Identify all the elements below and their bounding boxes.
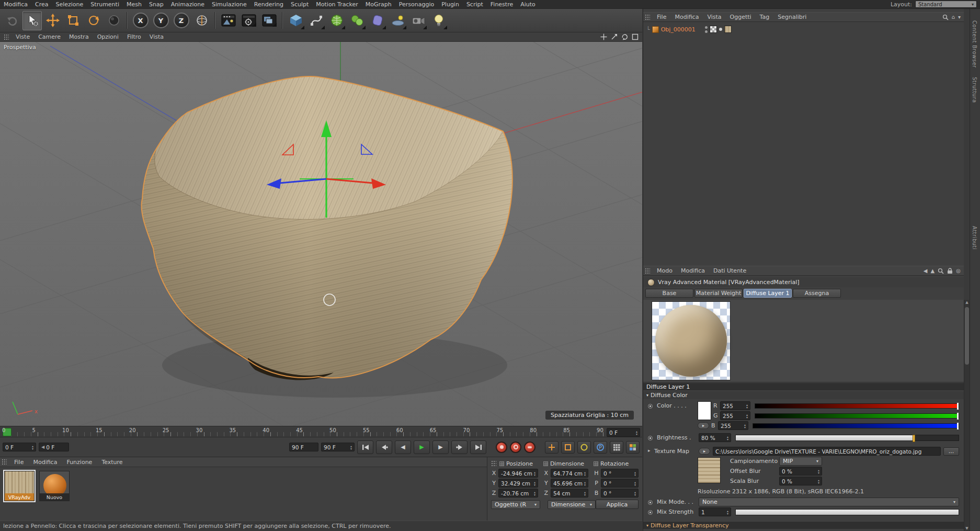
coords-mode-dropdown[interactable]: Oggetto (R▾ xyxy=(491,500,540,509)
position-y-field[interactable]: 32.429 cm▴▾ xyxy=(498,479,538,488)
material-preview[interactable] xyxy=(652,301,731,380)
rotation-p-field[interactable]: 0 °▴▾ xyxy=(601,479,639,488)
green-value-field[interactable]: 255▴▾ xyxy=(720,411,750,420)
object-tree-row[interactable]: └ Obj_000001 xyxy=(646,25,962,34)
menu-plugin[interactable]: Plugin xyxy=(438,0,463,9)
end-frame-field[interactable]: 90 F ▴▾ xyxy=(321,443,355,451)
menu-sculpt[interactable]: Sculpt xyxy=(287,0,312,9)
keyframe-dot-icon[interactable] xyxy=(648,436,653,440)
goto-end-button[interactable] xyxy=(470,440,486,454)
tab-material-weight[interactable]: Material Weight xyxy=(694,289,743,298)
bookmark-menu-icon[interactable]: ▾ xyxy=(958,14,961,20)
apply-button[interactable]: Applica xyxy=(596,500,639,509)
material-thumbnail-nuovo[interactable]: Nuovo xyxy=(39,471,70,501)
render-queue-button[interactable] xyxy=(259,11,279,30)
sampling-dropdown[interactable]: MIP▾ xyxy=(779,457,822,466)
menu-modifica[interactable]: Modifica xyxy=(0,0,31,9)
texture-tag-icon[interactable] xyxy=(710,26,717,33)
attr-menu-modo[interactable]: Modo xyxy=(653,267,677,274)
wood-table-object[interactable] xyxy=(141,76,512,380)
size-y-field[interactable]: 45.696 cm▴▾ xyxy=(551,479,588,488)
search-icon[interactable] xyxy=(942,14,949,20)
stepper-icon[interactable]: ▴▾ xyxy=(349,445,352,450)
texture-options-button[interactable]: ▸ xyxy=(699,448,710,455)
om-menu-file[interactable]: File xyxy=(653,14,670,20)
stepper-icon[interactable]: ▴▾ xyxy=(633,491,636,496)
attribute-scrollbar[interactable]: ▲ ▼ xyxy=(964,300,970,531)
position-z-field[interactable]: -20.76 cm▴▾ xyxy=(498,489,538,498)
start-frame-field[interactable]: 0 F ▴▾ xyxy=(3,443,36,451)
subdivision-surface-button[interactable] xyxy=(327,11,346,30)
blue-value-field[interactable]: 255▴▾ xyxy=(718,421,748,430)
stepper-icon[interactable]: ▴▾ xyxy=(633,481,636,486)
key-rotation-toggle[interactable] xyxy=(577,441,591,454)
coords-size-dropdown[interactable]: Dimensione▾ xyxy=(548,500,596,509)
history-back-icon[interactable]: ◀ xyxy=(924,268,928,274)
section-header-diffuse-color[interactable]: ▾Diffuse Color xyxy=(643,391,964,399)
menu-snap[interactable]: Snap xyxy=(145,0,167,9)
blue-gradient-slider[interactable] xyxy=(753,423,959,428)
history-up-icon[interactable]: ▲ xyxy=(931,268,935,274)
strip-tab-struttura[interactable]: Struttura xyxy=(972,77,977,103)
vp-menu-viste[interactable]: Viste xyxy=(12,33,34,40)
om-menu-modifica[interactable]: Modifica xyxy=(670,14,703,20)
panel-grip[interactable] xyxy=(2,459,7,465)
om-menu-oggetti[interactable]: Oggetti xyxy=(726,14,756,20)
green-gradient-slider[interactable] xyxy=(755,413,959,419)
red-gradient-slider[interactable] xyxy=(755,403,959,409)
stepper-icon[interactable]: ▴▾ xyxy=(816,479,819,484)
stepper-icon[interactable]: ▴▾ xyxy=(816,469,819,474)
add-spline-button[interactable] xyxy=(306,11,326,30)
tab-assegna[interactable]: Assegna xyxy=(793,289,841,298)
key-scale-toggle[interactable] xyxy=(561,441,575,454)
live-selection-tool[interactable] xyxy=(22,11,42,30)
array-generator-button[interactable] xyxy=(347,11,367,30)
move-tool[interactable] xyxy=(43,11,62,30)
texture-path-field[interactable]: C:\Users\loris\Google Drive\TEXTURE - VA… xyxy=(713,447,941,456)
lock-x-button[interactable]: X xyxy=(131,11,150,30)
material-tag-icon[interactable] xyxy=(724,26,732,33)
browse-texture-button[interactable]: ... xyxy=(943,447,959,456)
mix-mode-dropdown[interactable]: None▾ xyxy=(699,498,959,506)
scrollbar-thumb[interactable] xyxy=(965,307,969,365)
keyframe-dot-icon[interactable] xyxy=(648,500,653,505)
lock-icon[interactable] xyxy=(947,268,953,274)
om-menu-vista[interactable]: Vista xyxy=(703,14,725,20)
expand-color-button[interactable]: ▸ xyxy=(698,422,709,429)
autokey-button[interactable] xyxy=(510,442,521,453)
timeline-ruler[interactable]: 0 5 10 15 20 25 30 35 40 45 50 55 60 65 … xyxy=(0,426,642,437)
menu-crea[interactable]: Crea xyxy=(31,0,52,9)
object-name[interactable]: Obj_000001 xyxy=(661,26,696,33)
selection-tag-icon[interactable] xyxy=(719,28,722,31)
visibility-dots[interactable] xyxy=(705,26,708,33)
environment-button[interactable] xyxy=(388,11,407,30)
attr-menu-modifica[interactable]: Modifica xyxy=(677,267,709,274)
expand-triangle-icon[interactable]: ▸ xyxy=(648,448,651,453)
key-position-toggle[interactable] xyxy=(545,441,559,454)
layout-dropdown[interactable]: Standard ▾ xyxy=(915,1,977,8)
coordinate-system-toggle[interactable] xyxy=(192,11,211,30)
mm-menu-modifica[interactable]: Modifica xyxy=(28,459,62,466)
stepper-icon[interactable]: ▴▾ xyxy=(583,471,586,476)
panel-grip[interactable] xyxy=(645,268,650,274)
deformer-button[interactable] xyxy=(368,11,387,30)
stepper-icon[interactable]: ▴▾ xyxy=(743,423,746,428)
position-x-field[interactable]: -24.946 cm▴▾ xyxy=(498,469,538,478)
viewport-3d-canvas[interactable]: x Prospettiva Spazziatura Griglia : 10 c… xyxy=(0,42,642,426)
rotation-b-field[interactable]: 0 °▴▾ xyxy=(601,489,639,498)
brightness-field[interactable]: 80 %▴▾ xyxy=(699,433,731,442)
vp-menu-camere[interactable]: Camere xyxy=(34,33,65,40)
lock-y-button[interactable]: Y xyxy=(151,11,170,30)
om-menu-tag[interactable]: Tag xyxy=(756,14,774,20)
rotation-h-field[interactable]: 0 °▴▾ xyxy=(601,469,639,478)
mm-menu-funzione[interactable]: Funzione xyxy=(62,459,97,466)
tab-base[interactable]: Base xyxy=(645,289,693,298)
home-icon[interactable]: ⌂ xyxy=(952,14,955,20)
next-key-button[interactable] xyxy=(451,440,468,454)
keyframe-dot-icon[interactable] xyxy=(648,510,653,515)
play-button[interactable]: ▶ xyxy=(414,440,430,454)
track-icon[interactable]: ◎ xyxy=(956,268,961,274)
menu-selezione[interactable]: Selezione xyxy=(52,0,87,9)
stepper-icon[interactable]: ▴▾ xyxy=(532,471,535,476)
cube-object-icon[interactable] xyxy=(652,26,659,33)
